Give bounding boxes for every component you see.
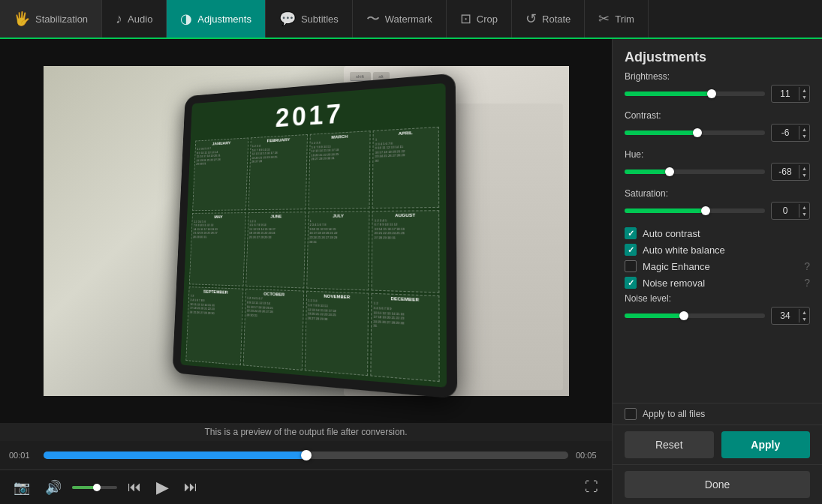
adjustments-icon: ◑ [180,10,192,27]
contrast-track[interactable] [625,130,765,135]
month-jun: JUNE 1 2 34 5 6 7 8 9 1011 12 13 14 15 1… [245,212,305,289]
apply-to-files-checkbox[interactable] [625,408,637,420]
apply-to-files-label[interactable]: Apply to all files [643,409,705,419]
saturation-row: Saturation: 0 ▲ ▼ [625,188,810,220]
tab-adjustments[interactable]: ◑ Adjustments [167,0,266,38]
noise-removal-label[interactable]: Noise removal [643,278,798,289]
brightness-value-box[interactable]: 11 ▲ ▼ [771,85,810,103]
volume-slider[interactable] [72,486,117,489]
tab-trim-label: Trim [615,14,634,25]
progress-bar[interactable] [44,452,568,459]
magic-enhance-help[interactable]: ? [804,260,810,272]
apply-to-files-row: Apply to all files [613,403,822,424]
contrast-row: Contrast: -6 ▲ ▼ [625,110,810,142]
hue-value-box[interactable]: -68 ▲ ▼ [771,163,810,181]
contrast-thumb[interactable] [693,128,702,137]
noise-removal-help[interactable]: ? [804,277,810,289]
progress-fill [44,452,306,459]
noise-level-arrows[interactable]: ▲ ▼ [799,309,809,322]
tab-crop[interactable]: ⊡ Crop [447,0,512,38]
apply-button[interactable]: Apply [721,431,811,458]
tab-stabilization-label: Stabilization [35,14,88,25]
hue-label: Hue: [625,149,810,160]
saturation-track[interactable] [625,208,765,213]
noise-level-down[interactable]: ▼ [799,316,809,322]
contrast-label: Contrast: [625,110,810,121]
noise-removal-checkbox[interactable] [625,277,637,289]
saturation-down[interactable]: ▼ [799,211,809,218]
tab-trim[interactable]: ✂ Trim [585,0,649,38]
volume-track[interactable] [72,486,117,489]
saturation-slider-wrap: 0 ▲ ▼ [625,202,810,220]
brightness-arrows[interactable]: ▲ ▼ [799,87,809,100]
saturation-value-box[interactable]: 0 ▲ ▼ [771,202,810,220]
contrast-fill [625,130,697,135]
saturation-thumb[interactable] [701,206,710,215]
month-nov: NOVEMBER 1 2 3 45 6 7 8 9 10 1112 13 14 … [304,291,369,376]
volume-thumb[interactable] [93,484,101,491]
hue-up[interactable]: ▲ [799,165,809,172]
stabilization-icon: 🖐 [14,10,30,27]
video-preview: shift alt ctrl 2017 JANUARY [44,66,569,396]
brightness-row: Brightness: 11 ▲ ▼ [625,71,810,103]
camera-button[interactable]: 📷 [9,476,35,499]
play-pause-button[interactable]: ▶ [152,475,173,500]
subtitles-icon: 💬 [279,10,296,27]
progress-thumb[interactable] [301,450,312,460]
saturation-arrows[interactable]: ▲ ▼ [799,204,809,218]
contrast-value-box[interactable]: -6 ▲ ▼ [771,124,810,142]
noise-level-fill [625,314,684,318]
auto-white-balance-checkbox[interactable] [625,244,637,256]
auto-contrast-label[interactable]: Auto contrast [643,228,810,239]
volume-button[interactable]: 🔊 [41,476,66,499]
saturation-up[interactable]: ▲ [799,204,809,211]
noise-level-thumb[interactable] [679,311,688,320]
tab-audio[interactable]: ♪ Audio [102,0,167,38]
tab-crop-label: Crop [477,14,498,25]
adjustments-panel: Adjustments Brightness: 11 ▲ ▼ [612,39,822,504]
tab-stabilization[interactable]: 🖐 Stabilization [0,0,102,38]
contrast-up[interactable]: ▲ [799,126,809,133]
preview-text: This is a preview of the output file aft… [0,423,612,441]
skip-back-button[interactable]: ⏮ [123,476,146,498]
magic-enhance-label[interactable]: Magic Enhance [643,261,798,272]
contrast-down[interactable]: ▼ [799,133,809,140]
brightness-thumb[interactable] [707,89,716,98]
contrast-value: -6 [772,128,799,138]
fullscreen-button[interactable]: ⛶ [580,476,603,498]
year-display: 2017 [275,98,344,133]
tab-watermark[interactable]: 〜 Watermark [353,0,447,38]
hue-down[interactable]: ▼ [799,172,809,178]
hue-fill [625,170,670,174]
magic-enhance-checkbox[interactable] [625,260,637,272]
noise-level-track[interactable] [625,314,765,318]
calendar-grid: JANUARY 1 2 3 4 5 6 78 9 10 11 12 13 141… [185,127,439,382]
auto-contrast-checkbox[interactable] [625,227,637,239]
reset-button[interactable]: Reset [625,431,714,458]
auto-white-balance-label[interactable]: Auto white balance [643,244,810,256]
tab-rotate[interactable]: ↺ Rotate [512,0,585,38]
month-feb: FEBRUARY 1 2 3 45 6 7 8 9 10 1112 13 14 … [248,134,307,210]
contrast-arrows[interactable]: ▲ ▼ [799,126,809,140]
month-apr: APRIL 12 3 4 5 6 7 89 10 11 12 13 14 151… [372,127,438,208]
tab-audio-label: Audio [128,14,152,25]
brightness-down[interactable]: ▼ [799,94,809,100]
brightness-track[interactable] [625,92,765,96]
adjustments-body: Brightness: 11 ▲ ▼ [613,71,822,403]
month-oct: OCTOBER 1 2 3 4 5 6 78 9 10 11 12 13 141… [242,289,303,370]
done-button[interactable]: Done [625,471,810,498]
noise-level-value-box[interactable]: 34 ▲ ▼ [771,307,810,325]
tab-subtitles[interactable]: 💬 Subtitles [266,0,353,38]
noise-removal-row: Noise removal ? [625,277,810,289]
skip-forward-button[interactable]: ⏭ [179,476,202,498]
brightness-up[interactable]: ▲ [799,87,809,94]
hue-slider-wrap: -68 ▲ ▼ [625,163,810,181]
noise-level-label: Noise level: [625,293,810,304]
watermark-icon: 〜 [366,10,380,28]
noise-level-up[interactable]: ▲ [799,309,809,316]
hue-arrows[interactable]: ▲ ▼ [799,165,809,178]
rotate-icon: ↺ [525,10,537,27]
hue-thumb[interactable] [665,167,674,176]
hue-value: -68 [772,166,799,177]
hue-track[interactable] [625,170,765,174]
